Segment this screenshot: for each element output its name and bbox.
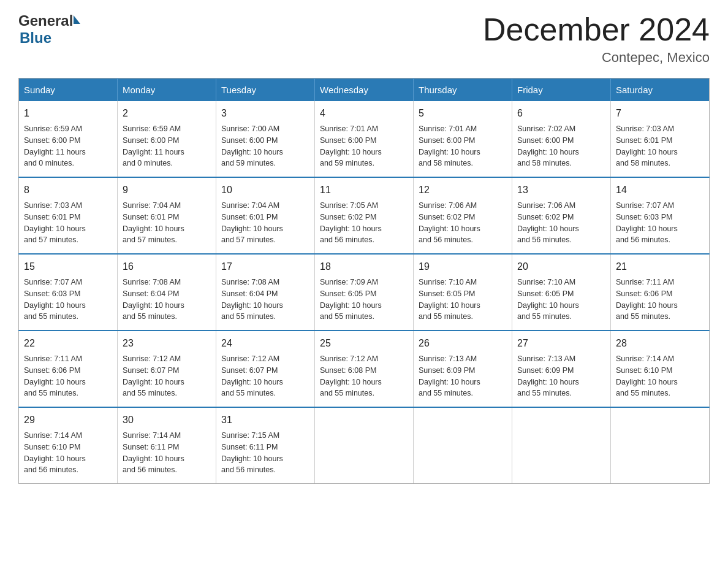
calendar-cell	[414, 407, 512, 484]
day-info: Sunrise: 7:13 AMSunset: 6:09 PMDaylight:…	[517, 354, 579, 397]
day-info: Sunrise: 7:06 AMSunset: 6:02 PMDaylight:…	[419, 201, 480, 244]
logo: General Blue	[18, 12, 82, 47]
calendar-cell: 1Sunrise: 6:59 AMSunset: 6:00 PMDaylight…	[19, 101, 118, 177]
calendar-cell: 21Sunrise: 7:11 AMSunset: 6:06 PMDayligh…	[611, 254, 710, 331]
week-row-2: 8Sunrise: 7:03 AMSunset: 6:01 PMDaylight…	[19, 177, 710, 254]
col-wednesday: Wednesday	[315, 79, 414, 102]
day-number: 3	[221, 106, 309, 121]
day-number: 31	[221, 413, 309, 427]
week-row-5: 29Sunrise: 7:14 AMSunset: 6:10 PMDayligh…	[19, 407, 710, 484]
calendar-cell: 28Sunrise: 7:14 AMSunset: 6:10 PMDayligh…	[611, 331, 710, 407]
calendar-cell: 12Sunrise: 7:06 AMSunset: 6:02 PMDayligh…	[414, 177, 512, 254]
day-info: Sunrise: 6:59 AMSunset: 6:00 PMDaylight:…	[123, 124, 184, 167]
calendar-cell: 16Sunrise: 7:08 AMSunset: 6:04 PMDayligh…	[118, 254, 216, 331]
day-info: Sunrise: 7:15 AMSunset: 6:11 PMDaylight:…	[221, 431, 283, 474]
day-number: 18	[320, 259, 408, 274]
calendar-table: Sunday Monday Tuesday Wednesday Thursday…	[18, 78, 710, 484]
day-info: Sunrise: 7:12 AMSunset: 6:08 PMDaylight:…	[320, 354, 382, 397]
day-info: Sunrise: 7:00 AMSunset: 6:00 PMDaylight:…	[221, 124, 283, 167]
month-title: December 2024	[483, 12, 710, 47]
day-number: 12	[419, 183, 507, 197]
week-row-3: 15Sunrise: 7:07 AMSunset: 6:03 PMDayligh…	[19, 254, 710, 331]
location-text: Contepec, Mexico	[483, 50, 710, 66]
calendar-cell: 20Sunrise: 7:10 AMSunset: 6:05 PMDayligh…	[512, 254, 611, 331]
calendar-cell: 19Sunrise: 7:10 AMSunset: 6:05 PMDayligh…	[414, 254, 512, 331]
day-info: Sunrise: 7:14 AMSunset: 6:10 PMDaylight:…	[616, 354, 678, 397]
logo-arrow-icon	[74, 15, 80, 24]
day-number: 27	[517, 336, 605, 351]
day-info: Sunrise: 7:14 AMSunset: 6:11 PMDaylight:…	[123, 431, 184, 474]
day-info: Sunrise: 7:07 AMSunset: 6:03 PMDaylight:…	[24, 278, 86, 321]
day-number: 8	[24, 183, 112, 197]
day-info: Sunrise: 7:03 AMSunset: 6:01 PMDaylight:…	[616, 124, 678, 167]
calendar-cell: 24Sunrise: 7:12 AMSunset: 6:07 PMDayligh…	[216, 331, 315, 407]
day-info: Sunrise: 7:14 AMSunset: 6:10 PMDaylight:…	[24, 431, 86, 474]
day-info: Sunrise: 7:10 AMSunset: 6:05 PMDaylight:…	[517, 278, 579, 321]
calendar-cell	[512, 407, 611, 484]
day-number: 14	[616, 183, 704, 197]
logo-blue-text: Blue	[18, 29, 82, 47]
calendar-cell: 4Sunrise: 7:01 AMSunset: 6:00 PMDaylight…	[315, 101, 414, 177]
week-row-4: 22Sunrise: 7:11 AMSunset: 6:06 PMDayligh…	[19, 331, 710, 407]
day-info: Sunrise: 7:11 AMSunset: 6:06 PMDaylight:…	[24, 354, 86, 397]
calendar-cell: 11Sunrise: 7:05 AMSunset: 6:02 PMDayligh…	[315, 177, 414, 254]
day-info: Sunrise: 7:02 AMSunset: 6:00 PMDaylight:…	[517, 124, 579, 167]
day-info: Sunrise: 7:08 AMSunset: 6:04 PMDaylight:…	[123, 278, 184, 321]
calendar-cell: 22Sunrise: 7:11 AMSunset: 6:06 PMDayligh…	[19, 331, 118, 407]
day-number: 16	[123, 259, 211, 274]
day-info: Sunrise: 7:11 AMSunset: 6:06 PMDaylight:…	[616, 278, 678, 321]
day-number: 11	[320, 183, 408, 197]
calendar-cell: 10Sunrise: 7:04 AMSunset: 6:01 PMDayligh…	[216, 177, 315, 254]
calendar-cell	[315, 407, 414, 484]
day-number: 10	[221, 183, 309, 197]
day-info: Sunrise: 7:03 AMSunset: 6:01 PMDaylight:…	[24, 201, 86, 244]
col-sunday: Sunday	[19, 79, 118, 102]
day-info: Sunrise: 7:09 AMSunset: 6:05 PMDaylight:…	[320, 278, 382, 321]
day-number: 15	[24, 259, 112, 274]
calendar-cell: 30Sunrise: 7:14 AMSunset: 6:11 PMDayligh…	[118, 407, 216, 484]
calendar-cell: 7Sunrise: 7:03 AMSunset: 6:01 PMDaylight…	[611, 101, 710, 177]
day-number: 4	[320, 106, 408, 121]
day-number: 17	[221, 259, 309, 274]
day-info: Sunrise: 7:06 AMSunset: 6:02 PMDaylight:…	[517, 201, 579, 244]
title-block: December 2024 Contepec, Mexico	[483, 12, 710, 66]
calendar-cell: 23Sunrise: 7:12 AMSunset: 6:07 PMDayligh…	[118, 331, 216, 407]
day-number: 29	[24, 413, 112, 427]
day-number: 25	[320, 336, 408, 351]
day-info: Sunrise: 7:08 AMSunset: 6:04 PMDaylight:…	[221, 278, 283, 321]
col-monday: Monday	[118, 79, 216, 102]
day-info: Sunrise: 7:13 AMSunset: 6:09 PMDaylight:…	[419, 354, 480, 397]
calendar-cell: 6Sunrise: 7:02 AMSunset: 6:00 PMDaylight…	[512, 101, 611, 177]
day-number: 13	[517, 183, 605, 197]
page-header: General Blue December 2024 Contepec, Mex…	[18, 12, 710, 66]
calendar-cell: 26Sunrise: 7:13 AMSunset: 6:09 PMDayligh…	[414, 331, 512, 407]
day-number: 24	[221, 336, 309, 351]
calendar-cell: 18Sunrise: 7:09 AMSunset: 6:05 PMDayligh…	[315, 254, 414, 331]
day-info: Sunrise: 7:12 AMSunset: 6:07 PMDaylight:…	[221, 354, 283, 397]
day-number: 20	[517, 259, 605, 274]
col-friday: Friday	[512, 79, 611, 102]
calendar-cell: 25Sunrise: 7:12 AMSunset: 6:08 PMDayligh…	[315, 331, 414, 407]
calendar-cell: 14Sunrise: 7:07 AMSunset: 6:03 PMDayligh…	[611, 177, 710, 254]
day-info: Sunrise: 7:01 AMSunset: 6:00 PMDaylight:…	[419, 124, 480, 167]
day-info: Sunrise: 7:10 AMSunset: 6:05 PMDaylight:…	[419, 278, 480, 321]
calendar-cell: 15Sunrise: 7:07 AMSunset: 6:03 PMDayligh…	[19, 254, 118, 331]
col-tuesday: Tuesday	[216, 79, 315, 102]
calendar-cell: 8Sunrise: 7:03 AMSunset: 6:01 PMDaylight…	[19, 177, 118, 254]
day-number: 19	[419, 259, 507, 274]
day-info: Sunrise: 7:01 AMSunset: 6:00 PMDaylight:…	[320, 124, 382, 167]
col-saturday: Saturday	[611, 79, 710, 102]
day-number: 6	[517, 106, 605, 121]
day-number: 9	[123, 183, 211, 197]
day-number: 22	[24, 336, 112, 351]
calendar-cell: 13Sunrise: 7:06 AMSunset: 6:02 PMDayligh…	[512, 177, 611, 254]
day-number: 28	[616, 336, 704, 351]
week-row-1: 1Sunrise: 6:59 AMSunset: 6:00 PMDaylight…	[19, 101, 710, 177]
day-info: Sunrise: 7:04 AMSunset: 6:01 PMDaylight:…	[123, 201, 184, 244]
day-info: Sunrise: 7:04 AMSunset: 6:01 PMDaylight:…	[221, 201, 283, 244]
calendar-cell	[611, 407, 710, 484]
day-number: 26	[419, 336, 507, 351]
calendar-cell: 2Sunrise: 6:59 AMSunset: 6:00 PMDaylight…	[118, 101, 216, 177]
day-number: 5	[419, 106, 507, 121]
day-number: 21	[616, 259, 704, 274]
